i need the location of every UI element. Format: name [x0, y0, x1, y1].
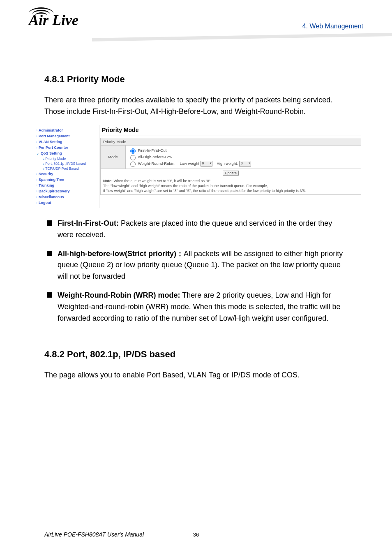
low-weight-select[interactable]: 0: [201, 161, 212, 166]
priority-mode-panel: Priority Mode Mode First-In-First-Out: [100, 138, 361, 195]
divider: [100, 136, 361, 136]
section-heading: 4.8.2 Port, 802.1p, IP/DS based: [44, 349, 348, 360]
list-item: All-high-before-low(Strict priority)：All…: [44, 248, 348, 283]
radio-wrr[interactable]: [130, 162, 136, 167]
radio-wrr-label: Weight-Round-Robin.: [138, 161, 175, 165]
panel-note: Note: When the queue weight is set to "0…: [101, 177, 361, 194]
page-header: Air Live 4. Web Management: [0, 0, 392, 56]
brand-logo: Air Live: [29, 12, 78, 29]
embedded-screenshot: ›Administrator ›Port Management ›VLAN Se…: [32, 125, 362, 208]
nav-qos-port-based[interactable]: ●Port, 802.1p ,IP/DS based: [34, 161, 97, 166]
nav-backup-recovery[interactable]: ›Backup/Recovery: [34, 188, 97, 194]
nav-trunking[interactable]: ›Trunking: [34, 183, 97, 188]
high-weight-label: High weight:: [217, 161, 238, 165]
nav-security[interactable]: ›Security: [34, 171, 97, 177]
radio-all-high-label: All-High-before-Low: [138, 154, 172, 159]
radio-fifo[interactable]: [130, 148, 136, 154]
radio-all-high[interactable]: [130, 155, 136, 160]
nav-miscellaneous[interactable]: ›Miscellaneous: [34, 194, 97, 200]
screenshot-title: Priority Mode: [100, 126, 361, 135]
mode-column-label: Mode: [101, 146, 126, 169]
nav-per-port-counter[interactable]: ›Per Port Counter: [34, 145, 97, 150]
section-heading: 4.8.1 Priority Mode: [44, 74, 348, 85]
nav-logout[interactable]: ›Logout: [34, 200, 97, 206]
update-button[interactable]: Update: [223, 171, 239, 176]
feature-list: First-In-First-Out: Packets are placed i…: [44, 218, 348, 324]
nav-vlan-setting[interactable]: ›VLAN Setting: [34, 139, 97, 145]
high-weight-select[interactable]: 0: [239, 161, 251, 166]
nav-qos-setting[interactable]: ⌄QoS Setting: [34, 150, 97, 156]
header-decoration: [92, 33, 392, 42]
nav-administrator[interactable]: ›Administrator: [34, 127, 97, 133]
intro-paragraph: There are three priority modes available…: [44, 95, 348, 118]
panel-label: Priority Mode: [101, 138, 361, 146]
section-paragraph: The page allows you to enable Port Based…: [44, 370, 348, 381]
screenshot-sidebar: ›Administrator ›Port Management ›VLAN Se…: [32, 125, 99, 208]
list-item: Weight-Round-Robin (WRR) mode: There are…: [44, 290, 348, 324]
nav-spanning-tree[interactable]: ›Spanning Tree: [34, 177, 97, 183]
nav-qos-priority-mode[interactable]: ●Priority Mode: [34, 156, 97, 161]
nav-qos-tcpudp[interactable]: ●TCP/UDP Port Based: [34, 166, 97, 171]
nav-port-management[interactable]: ›Port Management: [34, 133, 97, 139]
list-item: First-In-First-Out: Packets are placed i…: [44, 218, 348, 241]
chapter-label: 4. Web Management: [302, 23, 363, 30]
page-number: 36: [0, 532, 392, 538]
radio-fifo-label: First-In-First-Out: [138, 148, 167, 152]
low-weight-label: Low weight: [180, 161, 199, 165]
